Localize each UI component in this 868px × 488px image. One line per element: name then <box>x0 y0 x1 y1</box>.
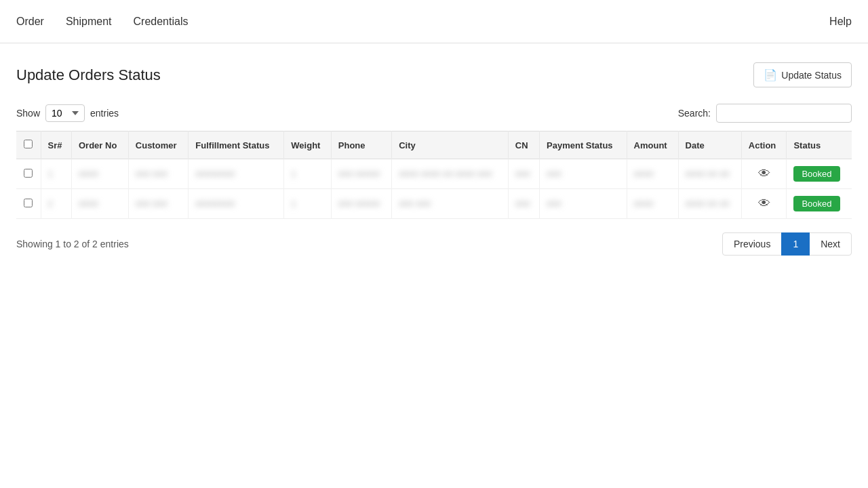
col-amount: Amount <box>627 131 678 159</box>
orders-table: Sr# Order No Customer Fulfillment Status… <box>16 131 852 219</box>
next-button[interactable]: Next <box>809 232 852 256</box>
table-wrapper: Sr# Order No Customer Fulfillment Status… <box>16 131 852 219</box>
row-phone: ### ##### <box>331 189 391 219</box>
row-select-checkbox[interactable] <box>24 199 33 207</box>
nav-help[interactable]: Help <box>829 16 852 28</box>
col-city: City <box>392 131 509 159</box>
pagination: Previous 1 Next <box>723 232 852 256</box>
row-sr: 1 <box>41 159 71 189</box>
search-label: Search: <box>678 108 711 119</box>
row-status: Booked <box>787 159 852 189</box>
row-checkbox <box>16 159 41 189</box>
row-amount: #### <box>627 159 678 189</box>
col-action: Action <box>741 131 787 159</box>
row-fulfillment-status: ######## <box>189 159 284 189</box>
pagination-row: Showing 1 to 2 of 2 entries Previous 1 N… <box>16 232 852 256</box>
status-badge: Booked <box>793 196 840 211</box>
show-entries: Show 10 25 50 100 entries <box>16 104 119 122</box>
col-date: Date <box>678 131 741 159</box>
col-sr: Sr# <box>41 131 71 159</box>
col-customer: Customer <box>128 131 189 159</box>
col-phone: Phone <box>331 131 391 159</box>
update-status-button[interactable]: 📄 Update Status <box>753 62 852 87</box>
page-1-button[interactable]: 1 <box>781 232 810 256</box>
search-input[interactable] <box>716 104 852 123</box>
row-city: #### #### ## #### ### <box>392 159 509 189</box>
controls-row: Show 10 25 50 100 entries Search: <box>16 104 852 123</box>
row-checkbox <box>16 189 41 219</box>
row-date: #### ## ## <box>678 159 741 189</box>
row-sr: 2 <box>41 189 71 219</box>
row-order-no: #### <box>71 159 128 189</box>
show-label: Show <box>16 108 40 119</box>
nav-left: Order Shipment Credentials <box>16 10 188 33</box>
col-status: Status <box>787 131 852 159</box>
row-select-checkbox[interactable] <box>24 169 33 178</box>
nav-item-shipment[interactable]: Shipment <box>66 10 112 33</box>
update-icon: 📄 <box>764 68 777 81</box>
row-customer: ### ### <box>128 159 189 189</box>
status-badge: Booked <box>793 166 840 182</box>
col-fulfillment-status: Fulfillment Status <box>189 131 284 159</box>
main-content: Update Orders Status 📄 Update Status Sho… <box>0 43 868 274</box>
search-group: Search: <box>678 104 852 123</box>
nav-item-order[interactable]: Order <box>16 10 44 33</box>
row-payment-status: ### <box>540 189 627 219</box>
row-amount: #### <box>627 189 678 219</box>
entries-select[interactable]: 10 25 50 100 <box>45 104 85 122</box>
view-button[interactable]: 👁 <box>758 167 770 181</box>
row-customer: ### ### <box>128 189 189 219</box>
page-header: Update Orders Status 📄 Update Status <box>16 62 852 87</box>
row-weight: 1 <box>284 189 331 219</box>
view-button[interactable]: 👁 <box>758 197 770 211</box>
update-status-label: Update Status <box>781 70 842 81</box>
row-order-no: #### <box>71 189 128 219</box>
row-cn: ### <box>508 189 539 219</box>
row-payment-status: ### <box>540 159 627 189</box>
col-order-no: Order No <box>71 131 128 159</box>
row-status: Booked <box>787 189 852 219</box>
row-action: 👁 <box>741 189 787 219</box>
table-header-row: Sr# Order No Customer Fulfillment Status… <box>16 131 852 159</box>
row-cn: ### <box>508 159 539 189</box>
nav-item-credentials[interactable]: Credentials <box>134 10 189 33</box>
row-city: ### ### <box>392 189 509 219</box>
row-action: 👁 <box>741 159 787 189</box>
col-payment-status: Payment Status <box>540 131 627 159</box>
page-title: Update Orders Status <box>16 66 161 84</box>
table-row: 2 #### ### ### ######## 1 ### ##### ### … <box>16 189 852 219</box>
col-weight: Weight <box>284 131 331 159</box>
previous-button[interactable]: Previous <box>722 232 782 256</box>
col-cn: CN <box>508 131 539 159</box>
showing-text: Showing 1 to 2 of 2 entries <box>16 239 129 249</box>
select-all-checkbox[interactable] <box>24 140 33 148</box>
table-row: 1 #### ### ### ######## 1 ### ##### ####… <box>16 159 852 189</box>
row-date: #### ## ## <box>678 189 741 219</box>
col-checkbox <box>16 131 41 159</box>
navbar: Order Shipment Credentials Help <box>0 0 868 43</box>
row-phone: ### ##### <box>331 159 391 189</box>
row-weight: 1 <box>284 159 331 189</box>
entries-label: entries <box>90 108 119 119</box>
row-fulfillment-status: ######## <box>189 189 284 219</box>
